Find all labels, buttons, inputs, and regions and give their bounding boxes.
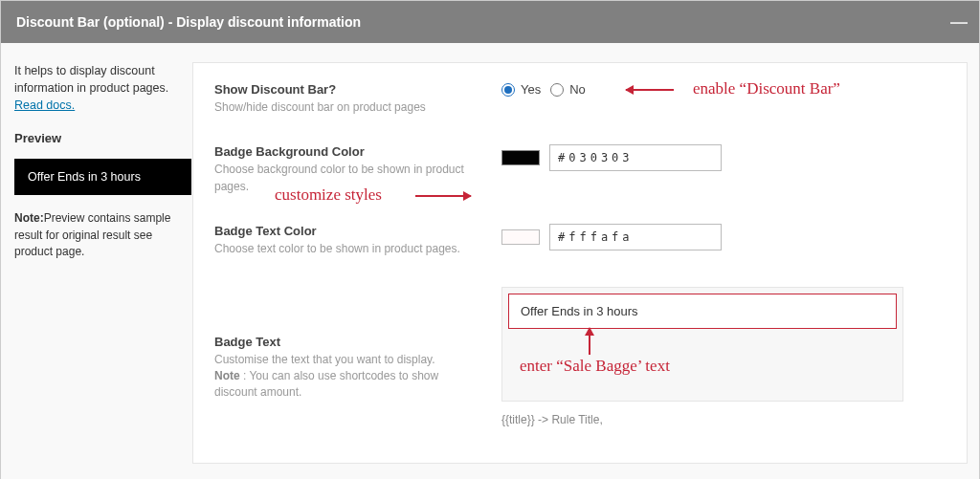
preview-note: Note:Preview contains sample result for …	[14, 210, 179, 260]
label-show-bar: Show Discount Bar?	[214, 82, 482, 97]
desc-badgetext-line1: Customise the text that you want to disp…	[214, 353, 435, 366]
annotation-arrow-sale	[589, 328, 590, 355]
label-block-bg: Badge Background Color Choose background…	[214, 144, 501, 195]
panel-body: It helps to display discount information…	[1, 43, 979, 479]
annotation-sale: enter “Sale Bagge’ text	[520, 357, 670, 376]
row-badge-text: Badge Text Customise the text that you w…	[214, 287, 946, 426]
collapse-icon[interactable]: —	[950, 13, 968, 31]
desc-bg: Choose background color to be shown in p…	[214, 162, 482, 195]
preview-note-bold: Note:	[14, 211, 44, 225]
radio-group-show-bar: Yes No	[501, 82, 946, 97]
radio-yes-label[interactable]: Yes	[521, 82, 541, 97]
badge-text-input[interactable]	[508, 294, 897, 329]
discount-bar-panel: Discount Bar (optional) - Display discou…	[0, 0, 980, 479]
read-docs-link[interactable]: Read docs.	[14, 98, 75, 112]
label-block-textcolor: Badge Text Color Choose text color to be…	[214, 224, 501, 257]
label-badgetext: Badge Text	[214, 335, 482, 349]
sidebar-intro-text: It helps to display discount information…	[14, 64, 168, 95]
panel-header[interactable]: Discount Bar (optional) - Display discou…	[1, 1, 979, 43]
text-color-input[interactable]	[549, 224, 722, 250]
annotation-arrow-styles	[415, 195, 471, 197]
bg-color-input[interactable]	[549, 144, 722, 171]
label-textcolor: Badge Text Color	[214, 224, 482, 238]
desc-badgetext-notebold: Note	[214, 369, 240, 382]
sidebar: It helps to display discount information…	[1, 62, 192, 464]
desc-textcolor: Choose text color to be shown in product…	[214, 241, 482, 257]
label-bg: Badge Background Color	[214, 144, 482, 159]
text-color-swatch[interactable]	[501, 229, 540, 245]
preview-heading: Preview	[14, 131, 179, 145]
row-show-bar: Show Discount Bar? Show/hide discount ba…	[214, 82, 946, 116]
control-bg	[501, 144, 946, 171]
control-textcolor	[501, 224, 946, 250]
shortcode-hint: {{title}} -> Rule Title,	[501, 413, 946, 426]
radio-yes[interactable]	[501, 83, 515, 97]
desc-badgetext: Customise the text that you want to disp…	[214, 352, 482, 402]
bg-color-swatch[interactable]	[501, 150, 540, 165]
panel-title: Discount Bar (optional) - Display discou…	[16, 14, 361, 30]
row-text-color: Badge Text Color Choose text color to be…	[214, 224, 946, 257]
label-block-show-bar: Show Discount Bar? Show/hide discount ba…	[214, 82, 501, 116]
label-block-badgetext: Badge Text Customise the text that you w…	[214, 287, 501, 402]
control-badgetext: enter “Sale Bagge’ text {{title}} -> Rul…	[501, 287, 946, 426]
desc-show-bar: Show/hide discount bar on product pages	[214, 99, 482, 116]
row-bg-color: Badge Background Color Choose background…	[214, 144, 946, 195]
preview-badge: Offer Ends in 3 hours	[14, 159, 191, 195]
settings-form: Show Discount Bar? Show/hide discount ba…	[192, 62, 968, 464]
sidebar-intro: It helps to display discount information…	[14, 62, 179, 114]
radio-no[interactable]	[550, 83, 564, 97]
desc-badgetext-line2: : You can also use shortcodes to show di…	[214, 369, 438, 399]
control-show-bar: Yes No enable “Discount Bar”	[501, 82, 946, 97]
radio-no-label[interactable]: No	[569, 82, 586, 97]
badge-text-wrap: enter “Sale Bagge’ text	[501, 287, 903, 402]
